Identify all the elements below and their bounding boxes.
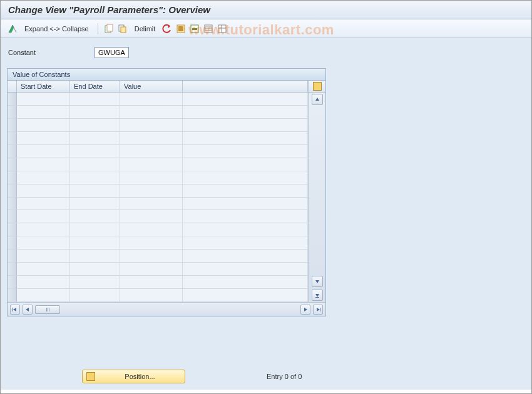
select-all-icon[interactable] (175, 23, 187, 34)
table-cell[interactable] (17, 210, 70, 223)
row-selector[interactable] (8, 289, 17, 301)
table-cell[interactable] (120, 119, 183, 131)
scroll-last-button[interactable] (313, 305, 323, 315)
table-cell[interactable] (70, 276, 120, 288)
row-selector-header[interactable] (8, 81, 17, 92)
table-cell[interactable] (120, 276, 183, 288)
row-selector[interactable] (8, 263, 17, 275)
table-cell[interactable] (120, 158, 183, 171)
constant-value[interactable]: GWUGA (95, 47, 129, 58)
table-row[interactable] (8, 263, 308, 276)
table-cell[interactable] (17, 198, 70, 210)
table-cell[interactable] (17, 236, 70, 249)
scroll-up-button[interactable] (312, 94, 323, 105)
table-row[interactable] (8, 93, 308, 106)
table-cell[interactable] (70, 210, 120, 223)
row-selector[interactable] (8, 236, 17, 249)
table-cell[interactable] (120, 236, 183, 249)
table-cell[interactable] (17, 158, 70, 171)
table-row[interactable] (8, 236, 308, 250)
table-cell[interactable] (17, 223, 70, 236)
table-cell[interactable] (120, 223, 183, 236)
table-cell[interactable] (120, 210, 183, 223)
copy-icon[interactable] (117, 23, 128, 34)
table-row[interactable] (8, 198, 308, 211)
table-cell[interactable] (17, 145, 70, 158)
row-selector[interactable] (8, 223, 17, 236)
row-selector[interactable] (8, 250, 17, 262)
table-row[interactable] (8, 132, 308, 145)
table-cell[interactable] (17, 93, 70, 105)
table-cell[interactable] (70, 145, 120, 158)
table-cell[interactable] (70, 106, 120, 118)
table-row[interactable] (8, 276, 308, 289)
scroll-down-button[interactable] (312, 276, 323, 287)
table-cell[interactable] (17, 106, 70, 118)
row-selector[interactable] (8, 198, 17, 210)
table-cell[interactable] (70, 223, 120, 236)
table-cell[interactable] (17, 184, 70, 197)
scroll-first-button[interactable] (10, 305, 20, 315)
table-cell[interactable] (120, 145, 183, 158)
scroll-bottom-button[interactable] (312, 290, 323, 301)
table-cell[interactable] (70, 132, 120, 144)
row-selector[interactable] (8, 184, 17, 197)
table-cell[interactable] (120, 106, 183, 118)
table-cell[interactable] (17, 263, 70, 275)
new-entries-icon[interactable] (103, 23, 115, 34)
delimit-button[interactable]: Delimit (131, 25, 160, 33)
undo-icon[interactable] (161, 23, 173, 34)
table-row[interactable] (8, 250, 308, 263)
configure-columns-button[interactable] (308, 81, 325, 92)
scroll-left-button[interactable] (23, 305, 33, 315)
table-cell[interactable] (70, 236, 120, 249)
toggle-icon[interactable] (7, 23, 18, 34)
row-selector[interactable] (8, 171, 17, 184)
table-cell[interactable] (120, 93, 183, 105)
row-selector[interactable] (8, 93, 17, 105)
table-row[interactable] (8, 106, 308, 119)
table-cell[interactable] (17, 276, 70, 288)
table-cell[interactable] (120, 250, 183, 262)
table-cell[interactable] (70, 184, 120, 197)
table-cell[interactable] (70, 250, 120, 262)
table-row[interactable] (8, 289, 308, 302)
table-cell[interactable] (17, 119, 70, 131)
table-cell[interactable] (70, 93, 120, 105)
row-selector[interactable] (8, 132, 17, 144)
column-header[interactable]: Value (120, 81, 183, 92)
table-row[interactable] (8, 184, 308, 198)
column-header[interactable]: Start Date (17, 81, 70, 92)
row-selector[interactable] (8, 158, 17, 171)
table-cell[interactable] (70, 198, 120, 210)
table-row[interactable] (8, 145, 308, 158)
table-cell[interactable] (120, 289, 183, 301)
horizontal-scrollbar[interactable] (8, 302, 325, 316)
table-cell[interactable] (17, 250, 70, 262)
vertical-scrollbar[interactable] (308, 93, 325, 302)
table-row[interactable] (8, 223, 308, 236)
table-cell[interactable] (120, 198, 183, 210)
table-cell[interactable] (17, 289, 70, 301)
row-selector[interactable] (8, 106, 17, 118)
table-cell[interactable] (70, 158, 120, 171)
row-selector[interactable] (8, 145, 17, 158)
table-cell[interactable] (17, 132, 70, 144)
scroll-thumb[interactable] (35, 305, 60, 314)
expand-collapse-button[interactable]: Expand <-> Collapse (21, 25, 93, 33)
table-row[interactable] (8, 119, 308, 132)
deselect-all-icon[interactable] (203, 23, 214, 34)
table-row[interactable] (8, 171, 308, 184)
table-cell[interactable] (120, 263, 183, 275)
position-button[interactable]: Position... (82, 370, 185, 383)
table-cell[interactable] (17, 171, 70, 184)
row-selector[interactable] (8, 119, 17, 131)
row-selector[interactable] (8, 210, 17, 223)
table-cell[interactable] (70, 289, 120, 301)
table-row[interactable] (8, 158, 308, 171)
column-header[interactable]: End Date (70, 81, 120, 92)
table-cell[interactable] (70, 171, 120, 184)
table-cell[interactable] (120, 171, 183, 184)
table-cell[interactable] (120, 132, 183, 144)
table-settings-icon[interactable] (217, 23, 228, 34)
